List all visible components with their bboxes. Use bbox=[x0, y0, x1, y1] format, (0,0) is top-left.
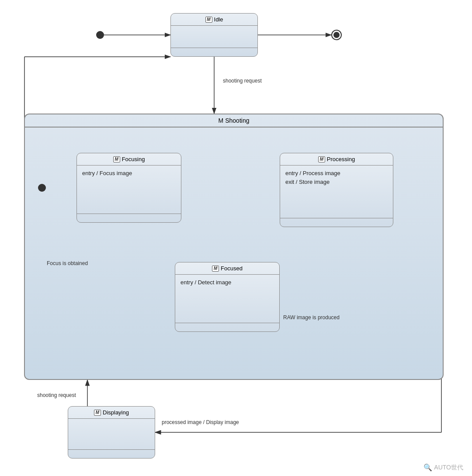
focusing-m-icon: M bbox=[113, 156, 120, 162]
displaying-state: M Displaying bbox=[68, 406, 155, 459]
focused-header: M Focused bbox=[175, 262, 279, 275]
processing-body: entry / Process image exit / Store image bbox=[280, 166, 393, 218]
idle-body bbox=[171, 26, 257, 48]
displaying-title: Displaying bbox=[103, 409, 129, 416]
global-initial-state bbox=[96, 31, 104, 39]
focusing-state: M Focusing entry / Focus image bbox=[76, 153, 181, 223]
processing-action2: exit / Store image bbox=[285, 178, 388, 186]
focusing-body: entry / Focus image bbox=[77, 166, 181, 214]
focused-m-icon: M bbox=[212, 266, 219, 272]
displaying-m-icon: M bbox=[94, 410, 101, 416]
focused-action: entry / Detect image bbox=[180, 279, 231, 286]
processing-footer bbox=[280, 218, 393, 227]
watermark-text: AUTO世代 bbox=[434, 464, 463, 472]
idle-state: M Idle bbox=[170, 13, 258, 57]
idle-title: Idle bbox=[214, 16, 223, 23]
shooting-initial-state bbox=[38, 184, 46, 192]
focused-footer bbox=[175, 323, 279, 331]
focusing-header: M Focusing bbox=[77, 153, 181, 166]
processing-m-icon: M bbox=[318, 156, 325, 162]
processing-title: Processing bbox=[327, 156, 355, 162]
shooting-title: Shooting bbox=[225, 117, 249, 124]
processing-action1: entry / Process image bbox=[285, 169, 388, 178]
displaying-header: M Displaying bbox=[68, 407, 155, 419]
focused-state: M Focused entry / Detect image bbox=[175, 262, 280, 332]
processing-header: M Processing bbox=[280, 153, 393, 166]
processing-state: M Processing entry / Process image exit … bbox=[280, 153, 393, 227]
idle-footer bbox=[171, 48, 257, 56]
focusing-title: Focusing bbox=[122, 156, 145, 162]
label-focus-obtained: Focus is obtained bbox=[47, 260, 88, 266]
idle-m-icon: M bbox=[205, 17, 212, 23]
displaying-body bbox=[68, 419, 155, 449]
focused-body: entry / Detect image bbox=[175, 275, 279, 323]
shooting-m-icon: M bbox=[219, 117, 224, 124]
shooting-header: M Shooting bbox=[25, 114, 443, 128]
watermark: 🔍 AUTO世代 bbox=[423, 463, 463, 472]
diagram-container: M Idle shooting request M Shooting M Foc… bbox=[0, 0, 472, 476]
displaying-footer bbox=[68, 449, 155, 458]
label-shooting-request-top: shooting request bbox=[223, 78, 262, 84]
focused-title: Focused bbox=[221, 265, 243, 272]
label-raw-image: RAW image is produced bbox=[283, 314, 340, 321]
focusing-footer bbox=[77, 214, 181, 222]
focusing-action: entry / Focus image bbox=[82, 170, 132, 176]
label-processed-image: processed image / Display image bbox=[162, 419, 239, 425]
global-final-state bbox=[331, 30, 342, 40]
watermark-icon: 🔍 bbox=[423, 463, 432, 472]
idle-header: M Idle bbox=[171, 14, 257, 26]
label-shooting-request-bottom: shooting request bbox=[37, 392, 76, 398]
